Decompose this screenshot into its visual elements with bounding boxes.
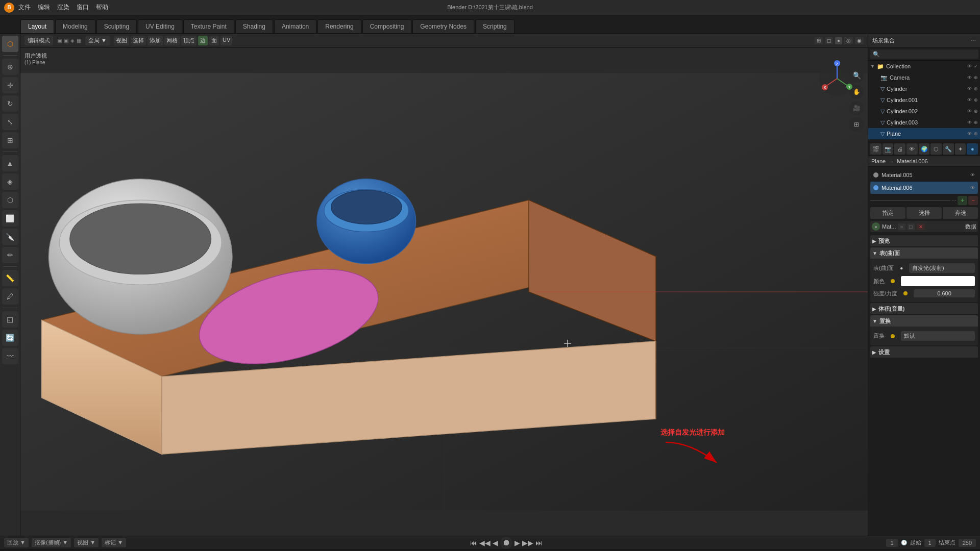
vp-uv-btn[interactable]: UV xyxy=(220,36,232,45)
material-item-006[interactable]: Material.006 👁 xyxy=(870,182,978,194)
tab-shading[interactable]: Shading xyxy=(235,19,273,33)
start-frame-input[interactable]: 1 xyxy=(924,539,936,547)
tool-extrude[interactable]: ▲ xyxy=(2,155,18,171)
material-btn[interactable]: ◎ xyxy=(844,37,853,44)
volume-header[interactable]: ▶ 体积(音量) xyxy=(870,303,978,314)
end-frame-input[interactable]: 250 xyxy=(959,539,976,547)
tab-uv-editing[interactable]: UV Editing xyxy=(138,19,182,33)
menu-帮助[interactable]: 帮助 xyxy=(96,3,108,12)
pivot-selector[interactable]: 全局 ▼ xyxy=(85,36,110,45)
mat-remove-btn[interactable]: − xyxy=(968,196,978,205)
gizmo-svg[interactable]: Z Y X xyxy=(817,58,857,99)
tool-shear[interactable]: ◱ xyxy=(2,311,18,328)
prev-key-btn[interactable]: ◀ xyxy=(493,539,498,547)
props-world-btn[interactable]: 🌍 xyxy=(919,143,930,155)
vp-face-btn[interactable]: 面 xyxy=(209,36,219,45)
view-dropdown[interactable]: 视图 ▼ xyxy=(74,538,99,547)
marker-dropdown[interactable]: 标记 ▼ xyxy=(102,538,126,547)
outliner-search-input[interactable] xyxy=(870,49,978,59)
camera-btn[interactable]: 🎥 xyxy=(849,101,864,115)
shader-dot-btn[interactable]: ○ xyxy=(898,223,905,230)
outliner-item-collection[interactable]: ▼ 📁 Collection 👁 ✓ xyxy=(868,61,980,72)
scene-header-options[interactable]: ⋯ xyxy=(971,38,976,43)
tool-select[interactable]: ⬡ xyxy=(2,36,18,52)
preview-header[interactable]: ▶ 预览 xyxy=(870,235,978,246)
tab-scripting[interactable]: Scripting xyxy=(475,19,514,33)
current-frame-display[interactable]: 1 xyxy=(886,539,897,547)
plane-mod-btn[interactable]: ⊕ xyxy=(974,131,978,136)
tab-layout[interactable]: Layout xyxy=(20,19,54,33)
jump-start-btn[interactable]: ⏮ xyxy=(470,539,477,547)
mat-add-btn[interactable]: + xyxy=(958,196,967,205)
outliner-item-cylinder[interactable]: ▽ Cylinder 👁 ⊕ xyxy=(868,83,980,94)
settings-header[interactable]: ▶ 设置 xyxy=(870,346,978,358)
mat-deselect-btn[interactable]: 弃选 xyxy=(943,207,978,219)
jump-end-btn[interactable]: ⏭ xyxy=(535,539,543,547)
vp-edge-btn[interactable]: 边 xyxy=(198,36,208,45)
shader-close-btn[interactable]: ✕ xyxy=(917,223,925,230)
cylinder002-mod-btn[interactable]: ⊕ xyxy=(974,109,978,114)
cylinder001-vis-btn[interactable]: 👁 xyxy=(967,97,972,103)
props-modifier-btn[interactable]: 🔧 xyxy=(943,143,954,155)
viewport[interactable]: 编辑模式 ▣ ▣ ◈ ▦ 全局 ▼ 视图 选择 添加 网格 顶点 边 面 UV … xyxy=(20,34,868,536)
collection-vis-btn[interactable]: 👁 xyxy=(967,64,972,69)
tool-move[interactable]: ✛ xyxy=(2,77,18,93)
tab-rendering[interactable]: Rendering xyxy=(317,19,361,33)
mat-assign-btn[interactable]: 指定 xyxy=(870,207,905,219)
menu-渲染[interactable]: 渲染 xyxy=(57,3,69,12)
tool-rotate[interactable]: ↻ xyxy=(2,95,18,112)
surface-emission-value[interactable]: 自发光(发射) xyxy=(909,263,975,273)
tool-measure[interactable]: 📏 xyxy=(2,270,18,286)
plane-vis-btn[interactable]: 👁 xyxy=(967,131,972,136)
tab-sculpting[interactable]: Sculpting xyxy=(96,19,137,33)
tool-bevel[interactable]: ⬡ xyxy=(2,192,18,208)
props-render-btn[interactable]: 📷 xyxy=(883,143,894,155)
shader-data-btn[interactable]: 数据 xyxy=(965,223,976,231)
props-particles-btn[interactable]: ✦ xyxy=(955,143,966,155)
render-btn[interactable]: ◉ xyxy=(855,37,864,44)
props-scene-btn[interactable]: 🎬 xyxy=(870,143,881,155)
mode-selector[interactable]: 编辑模式 xyxy=(24,36,53,45)
tab-compositing[interactable]: Compositing xyxy=(362,19,412,33)
shader-copy-btn[interactable]: □ xyxy=(908,223,915,230)
tool-scale[interactable]: ⤡ xyxy=(2,114,18,130)
props-view-btn[interactable]: 👁 xyxy=(906,143,918,155)
prev-frame-btn[interactable]: ◀◀ xyxy=(479,539,491,547)
outliner-item-cylinder003[interactable]: ▽ Cylinder.003 👁 ⊕ xyxy=(868,117,980,128)
outliner-item-plane[interactable]: ▽ Plane 👁 ⊕ xyxy=(868,128,980,139)
props-output-btn[interactable]: 🖨 xyxy=(894,143,905,155)
outliner-item-cylinder001[interactable]: ▽ Cylinder.001 👁 ⊕ xyxy=(868,94,980,106)
tab-animation[interactable]: Animation xyxy=(274,19,316,33)
mat-006-vis[interactable]: 👁 xyxy=(970,185,975,190)
props-material-btn-active[interactable]: ● xyxy=(967,143,978,155)
play-btn[interactable]: ⏺ xyxy=(500,537,512,549)
cylinder003-mod-btn[interactable]: ⊕ xyxy=(974,120,978,125)
tool-inset[interactable]: ◈ xyxy=(2,173,18,190)
cylinder002-vis-btn[interactable]: 👁 xyxy=(967,109,972,114)
surface-header[interactable]: ▼ 表(曲)面 xyxy=(870,247,978,259)
tool-annotate[interactable]: 🖊 xyxy=(2,288,18,305)
cylinder-vis-btn[interactable]: 👁 xyxy=(967,86,972,91)
vp-mesh-btn[interactable]: 网格 xyxy=(164,36,180,45)
menu-编辑[interactable]: 编辑 xyxy=(38,3,50,12)
tool-polypen[interactable]: ✏ xyxy=(2,247,18,263)
cylinder003-vis-btn[interactable]: 👁 xyxy=(967,120,972,125)
mat-005-vis[interactable]: 👁 xyxy=(970,172,975,178)
tool-transform[interactable]: ⊞ xyxy=(2,132,18,148)
tab-texture-paint[interactable]: Texture Paint xyxy=(183,19,234,33)
playback-dropdown[interactable]: 回放 ▼ xyxy=(4,538,29,547)
camera-vis-btn[interactable]: 👁 xyxy=(967,75,972,80)
outliner-item-cylinder002[interactable]: ▽ Cylinder.002 👁 ⊕ xyxy=(868,106,980,117)
strength-value[interactable]: 0.600 xyxy=(914,289,975,297)
tab-geometry-nodes[interactable]: Geometry Nodes xyxy=(412,19,474,33)
next-frame-btn[interactable]: ▶▶ xyxy=(522,539,533,547)
solid-btn[interactable]: ● xyxy=(835,37,842,44)
vp-add-btn[interactable]: 添加 xyxy=(148,36,163,45)
vp-view-btn[interactable]: 视图 xyxy=(114,36,129,45)
menu-窗口[interactable]: 窗口 xyxy=(77,3,89,12)
color-swatch[interactable] xyxy=(901,276,975,286)
outliner-item-camera[interactable]: 📷 Camera 👁 ⊕ xyxy=(868,72,980,83)
tool-smooth[interactable]: 〰 xyxy=(2,348,18,364)
cylinder001-mod-btn[interactable]: ⊕ xyxy=(974,97,978,103)
overlay-btn[interactable]: ⊞ xyxy=(815,37,823,44)
